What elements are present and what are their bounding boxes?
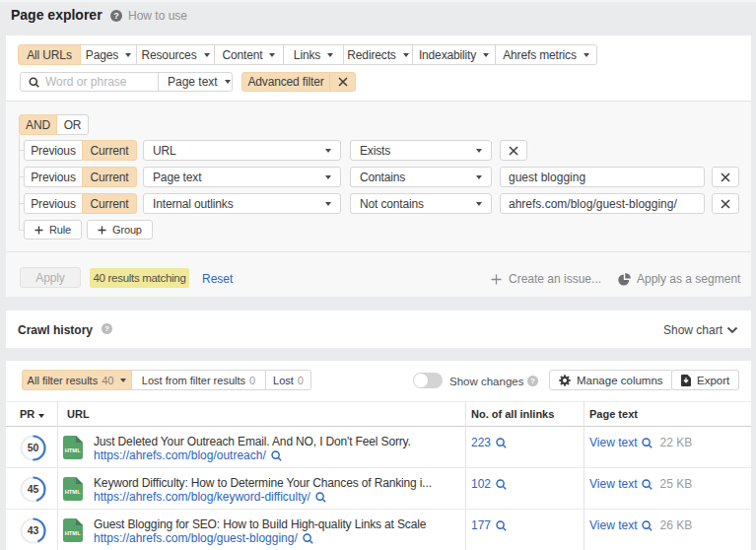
- svg-text:50: 50: [28, 442, 39, 453]
- svg-text:45: 45: [28, 483, 39, 495]
- svg-text:43: 43: [28, 524, 39, 536]
- svg-text:HTML: HTML: [65, 530, 82, 536]
- svg-text:HTML: HTML: [65, 489, 82, 495]
- svg-text:HTML: HTML: [65, 447, 82, 453]
